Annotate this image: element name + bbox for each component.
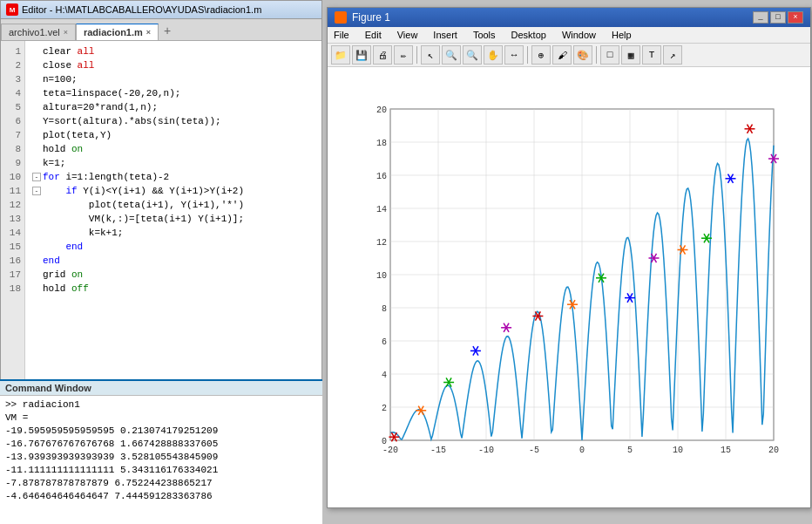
code-line-11: - if Y(i)<Y(i+1) && Y(i+1)>Y(i+2): [32, 184, 318, 198]
svg-text:2: 2: [382, 404, 387, 413]
cmd-line: >> radiacion1: [5, 398, 317, 412]
svg-text:15: 15: [721, 446, 731, 455]
editor-title: Editor - H:\MATLABCABALLERO\AYUDAS\radia…: [22, 4, 261, 15]
line-number-14: 14: [6, 226, 21, 240]
tab-archivo1[interactable]: archivo1.vel ×: [1, 24, 76, 40]
tb-insert-arrow[interactable]: ↗: [663, 45, 682, 65]
tb-open[interactable]: 📁: [331, 45, 350, 65]
code-line-13: VM(k,:)=[teta(i+1) Y(i+1)];: [32, 212, 318, 226]
figure-titlebar: Figure 1 _ □ ×: [328, 8, 810, 27]
menu-item-view[interactable]: View: [395, 29, 421, 41]
figure-title-icon: [335, 11, 347, 24]
command-window-content[interactable]: >> radiacion1VM = -19.595959595959595 0.…: [0, 396, 322, 524]
tab-archivo1-label: archivo1.vel: [9, 27, 60, 37]
code-line-9: k=1;: [32, 156, 318, 170]
tb-pointer[interactable]: ↖: [421, 45, 440, 65]
svg-text:-10: -10: [478, 446, 494, 455]
tb-colormap[interactable]: 🎨: [573, 45, 592, 65]
cmd-line: VM =: [5, 412, 317, 425]
code-line-3: n=100;: [32, 72, 318, 86]
line-number-17: 17: [6, 268, 21, 282]
line-number-11: 11: [6, 184, 21, 198]
menu-item-tools[interactable]: Tools: [470, 29, 498, 41]
menu-item-file[interactable]: File: [331, 29, 352, 41]
code-line-14: k=k+1;: [32, 226, 318, 240]
add-tab-button[interactable]: +: [159, 21, 176, 40]
tb-separator-1: [416, 46, 417, 64]
minimize-button[interactable]: _: [753, 11, 768, 24]
tb-brush[interactable]: 🖌: [552, 45, 572, 65]
tb-datacursor[interactable]: ⊕: [531, 45, 551, 65]
cmd-line: -7.878787878787879 6.752244238865217: [5, 477, 317, 490]
tb-zoom-in[interactable]: 🔍: [442, 45, 461, 65]
menu-item-window[interactable]: Window: [559, 29, 599, 41]
code-line-15: end: [32, 240, 318, 254]
code-line-17: grid on: [32, 268, 318, 282]
svg-text:18: 18: [376, 139, 387, 148]
maximize-button[interactable]: □: [770, 11, 786, 24]
svg-text:12: 12: [376, 238, 387, 248]
svg-text:10: 10: [673, 446, 683, 455]
svg-text:16: 16: [376, 172, 387, 181]
code-line-16: end: [32, 254, 318, 268]
tb-rotate[interactable]: ↔: [504, 45, 524, 65]
figure-window: Figure 1 _ □ × FileEditViewInsertToolsDe…: [327, 7, 811, 508]
figure-title: Figure 1: [335, 11, 390, 24]
figure-content: -20-15-10-50510152024681012141618200: [328, 67, 810, 507]
svg-text:-20: -20: [382, 446, 398, 455]
command-window: Command Window >> radiacion1VM = -19.595…: [0, 379, 322, 524]
line-number-5: 5: [6, 100, 21, 114]
cmd-line: -16.767676767676768 1.667428888337605: [5, 438, 317, 451]
code-line-12: plot(teta(i+1), Y(i+1),'*'): [32, 198, 318, 212]
line-number-3: 3: [6, 72, 21, 86]
code-line-7: plot(teta,Y): [32, 128, 318, 142]
svg-text:-15: -15: [430, 446, 446, 455]
line-number-8: 8: [6, 142, 21, 156]
tb-pan[interactable]: ✋: [484, 45, 503, 65]
chart-svg: -20-15-10-50510152024681012141618200: [355, 100, 782, 475]
tb-insert-colorbar[interactable]: ▦: [621, 45, 640, 65]
tab-radiacion1-label: radiacion1.m: [84, 27, 143, 37]
tb-print[interactable]: 🖨: [373, 45, 392, 65]
menu-item-insert[interactable]: Insert: [430, 29, 460, 41]
tab-radiacion1[interactable]: radiacion1.m ×: [76, 24, 159, 40]
tb-insert-legend[interactable]: □: [600, 45, 619, 65]
fold-button-10[interactable]: -: [32, 173, 41, 181]
line-number-2: 2: [6, 58, 21, 72]
line-number-1: 1: [6, 44, 21, 58]
tb-save[interactable]: 💾: [352, 45, 371, 65]
figure-toolbar: 📁 💾 🖨 ✏ ↖ 🔍 🔍 ✋ ↔ ⊕ 🖌 🎨 □ ▦ T ↗: [328, 44, 810, 67]
svg-text:-5: -5: [529, 446, 539, 455]
figure-title-text: Figure 1: [352, 11, 390, 24]
tab-bar: archivo1.vel × radiacion1.m × +: [1, 19, 321, 41]
tb-zoom-out[interactable]: 🔍: [463, 45, 482, 65]
figure-menubar: FileEditViewInsertToolsDesktopWindowHelp: [328, 27, 810, 44]
tab-radiacion1-close[interactable]: ×: [146, 28, 151, 37]
menu-item-edit[interactable]: Edit: [362, 29, 384, 41]
svg-text:0: 0: [382, 437, 387, 446]
command-window-label: Command Window: [0, 381, 322, 396]
fold-button-11[interactable]: -: [32, 187, 41, 195]
code-line-2: close all: [32, 58, 318, 72]
line-number-6: 6: [6, 114, 21, 128]
cmd-line: -11.111111111111111 5.343116176334021: [5, 464, 317, 477]
line-number-18: 18: [6, 282, 21, 296]
code-line-8: hold on: [32, 142, 318, 156]
tb-edit[interactable]: ✏: [394, 45, 413, 65]
editor-titlebar: M Editor - H:\MATLABCABALLERO\AYUDAS\rad…: [1, 1, 321, 19]
svg-text:20: 20: [768, 446, 779, 455]
close-button[interactable]: ×: [788, 11, 803, 24]
menu-item-help[interactable]: Help: [609, 29, 634, 41]
tb-separator-2: [527, 46, 528, 64]
tb-separator-3: [596, 46, 597, 64]
code-line-10: -for i=1:length(teta)-2: [32, 170, 318, 184]
tb-insert-text[interactable]: T: [642, 45, 661, 65]
svg-text:20: 20: [376, 105, 387, 115]
menu-item-desktop[interactable]: Desktop: [509, 29, 549, 41]
matlab-icon: M: [6, 3, 18, 16]
cmd-line: -4.646464646464647 7.444591283363786: [5, 490, 317, 503]
svg-text:4: 4: [382, 371, 387, 380]
svg-text:0: 0: [579, 446, 585, 455]
tab-archivo1-close[interactable]: ×: [64, 28, 68, 37]
cmd-line: -13.939393939393939 3.528105543845909: [5, 451, 317, 464]
